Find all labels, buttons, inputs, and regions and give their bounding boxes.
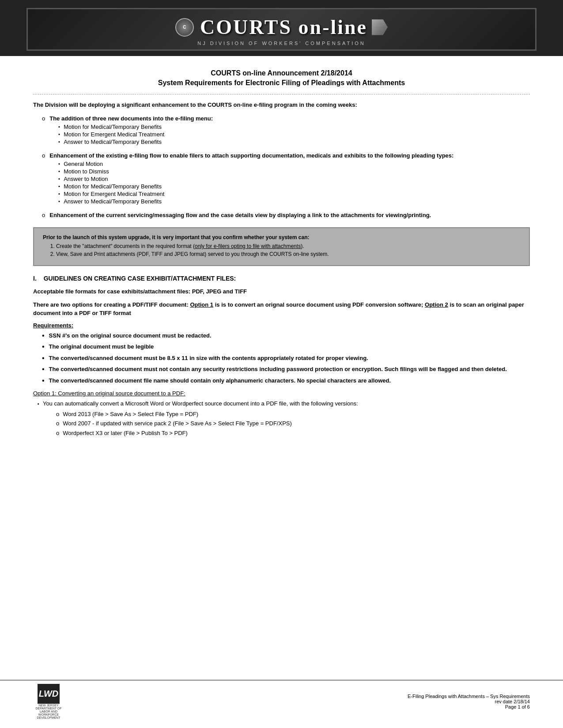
requirement-1: SSN #'s on the original source document …: [49, 331, 212, 340]
highlight-box-intro: Prior to the launch of this system upgra…: [43, 234, 520, 240]
inner-list-2: ▪ General Motion ▪ Motion to Dismiss ▪ A…: [58, 161, 530, 205]
option1-sub-list: o Word 2013 (File > Save As > Select Fil…: [56, 410, 358, 438]
page: C COURTS on-line NJ DIVISION OF WORKERS'…: [0, 0, 563, 728]
list-item: • The original document must be legible: [42, 342, 530, 351]
sub-bullet-icon: o: [56, 419, 59, 428]
footer-line3: Page 1 of 6: [408, 704, 530, 709]
option1-sub-item-1: Word 2013 (File > Save As > Select File …: [63, 410, 198, 419]
acceptable-formats: Acceptable file formats for case exhibit…: [33, 287, 530, 296]
footer-logo-box: LWD: [38, 684, 60, 704]
inner-bullet-icon: ▪: [58, 176, 60, 181]
inner-bullet-icon: ▪: [58, 191, 60, 196]
section-heading-1: I. GUIDELINES ON CREATING CASE EXHIBIT/A…: [33, 275, 530, 282]
list-item: View, Save and Print attachments (PDF, T…: [56, 251, 520, 257]
list-item: ▪ Motion for Medical/Temporary Benefits: [58, 124, 530, 130]
outer-bullet-icon: o: [42, 152, 45, 159]
footer-line1: E-Filing Pleadings with Attachments – Sy…: [408, 694, 530, 699]
list-item: o Word 2007 - if updated with service pa…: [56, 419, 358, 428]
requirement-4: The converted/scanned document must not …: [49, 365, 507, 374]
footer-right: E-Filing Pleadings with Attachments – Sy…: [408, 694, 530, 709]
list-item: • The converted/scanned document file na…: [42, 376, 530, 385]
requirements-list: • SSN #'s on the original source documen…: [42, 331, 530, 385]
outer-bullet-icon: o: [42, 212, 45, 218]
list-item: o Enhancement of the current servicing/m…: [42, 212, 530, 218]
two-options-para: There are two options for creating a PDF…: [33, 300, 530, 318]
bullet-icon: •: [42, 342, 45, 351]
highlight-list: Create the "attachment" documents in the…: [56, 243, 520, 257]
sub-bullet-icon: o: [56, 429, 59, 438]
footer: LWD NEW JERSEY DEPARTMENT OF LABOR AND W…: [0, 680, 563, 719]
list-item: o Word 2013 (File > Save As > Select Fil…: [56, 410, 358, 419]
footer-logo-sub: NEW JERSEY DEPARTMENT OF LABOR AND WORKF…: [33, 704, 64, 719]
bullet-icon: •: [42, 331, 45, 340]
inner-bullet-icon: ▪: [58, 169, 60, 174]
inner-item-text: Motion to Dismiss: [64, 168, 109, 175]
main-content: COURTS on-line Announcement 2/18/2014 Sy…: [0, 56, 563, 459]
highlight-item-2: View, Save and Print attachments (PDF, T…: [56, 251, 329, 257]
list-item: ▪ Motion for Emergent Medical Treatment: [58, 131, 530, 138]
option1-intro-item: You can automatically convert a Microsof…: [43, 399, 358, 438]
inner-item-text: Motion for Emergent Medical Treatment: [64, 191, 164, 197]
inner-item-text: Answer to Medical/Temporary Benefits: [64, 198, 162, 205]
list-item: • SSN #'s on the original source documen…: [42, 331, 530, 340]
list-item: ▪ General Motion: [58, 161, 530, 167]
option1-list: ▪ You can automatically convert a Micros…: [38, 399, 530, 438]
list-item: o Wordperfect X3 or later (File > Publis…: [56, 429, 358, 438]
inner-item-text: General Motion: [64, 161, 103, 167]
list-item: o Enhancement of the existing e-filing f…: [42, 152, 530, 206]
highlight-box: Prior to the launch of this system upgra…: [33, 227, 530, 266]
outer-bullet-icon: o: [42, 115, 45, 122]
inner-bullet-icon: ▪: [58, 139, 60, 144]
option1-sub-item-3: Wordperfect X3 or later (File > Publish …: [63, 429, 188, 438]
sub-bullet-icon: o: [56, 410, 59, 419]
inner-bullet-icon: ▪: [58, 124, 60, 129]
acceptable-formats-text: Acceptable file formats for case exhibit…: [33, 288, 247, 295]
inner-item-text: Answer to Medical/Temporary Benefits: [64, 139, 162, 145]
highlight-item-1: Create the "attachment" documents in the…: [56, 243, 304, 249]
outer-list: o The addition of three new documents in…: [42, 115, 530, 218]
footer-logo: LWD NEW JERSEY DEPARTMENT OF LABOR AND W…: [33, 684, 64, 719]
inner-item-text: Answer to Motion: [64, 176, 108, 182]
option1-heading: Option 1: Converting an original source …: [33, 390, 530, 397]
footer-logo-text: LWD: [39, 689, 58, 699]
list-item: o The addition of three new documents in…: [42, 115, 530, 146]
announcement-subtitle: System Requirements for Electronic Filin…: [33, 79, 530, 87]
inner-item-text: Motion for Medical/Temporary Benefits: [64, 124, 162, 130]
requirements-label: Requirements:: [33, 322, 530, 329]
list-item: ▪ Answer to Medical/Temporary Benefits: [58, 198, 530, 205]
announcement-title: COURTS on-line Announcement 2/18/2014: [33, 69, 530, 77]
requirement-5: The converted/scanned document file name…: [49, 376, 391, 385]
inner-item-text: Motion for Emergent Medical Treatment: [64, 131, 164, 138]
item-header-2: Enhancement of the existing e-filing flo…: [49, 152, 530, 159]
list-item: ▪ Motion for Emergent Medical Treatment: [58, 191, 530, 197]
option1-sub-item-2: Word 2007 - if updated with service pack…: [63, 419, 292, 428]
item-header-3: Enhancement of the current servicing/mes…: [49, 212, 530, 218]
banner-title: COURTS on-line: [200, 15, 367, 39]
list-item: ▪ Answer to Medical/Temporary Benefits: [58, 139, 530, 145]
banner-arrow-icon: [372, 19, 388, 35]
list-item: ▪ Motion for Medical/Temporary Benefits: [58, 183, 530, 190]
section-number: I.: [33, 275, 37, 282]
item-header-1: The addition of three new documents into…: [49, 115, 530, 122]
banner-logo-icon: C: [175, 18, 194, 37]
inner-item-text: Motion for Medical/Temporary Benefits: [64, 183, 162, 190]
footer-line2: rev date 2/18/14: [408, 699, 530, 704]
header-banner-inner: C COURTS on-line NJ DIVISION OF WORKERS'…: [26, 8, 537, 51]
requirement-3: The converted/scanned document must be 8…: [49, 354, 368, 363]
inner-bullet-icon: ▪: [58, 184, 60, 189]
square-bullet-icon: ▪: [38, 400, 39, 408]
inner-bullet-icon: ▪: [58, 199, 60, 204]
list-item: ▪ Answer to Motion: [58, 176, 530, 182]
two-options-text: There are two options for creating a PDF…: [33, 301, 524, 317]
banner-subtitle: NJ DIVISION OF WORKERS' COMPENSATION: [41, 41, 522, 46]
requirement-2: The original document must be legible: [49, 342, 154, 351]
section-title: GUIDELINES ON CREATING CASE EXHIBIT/ATTA…: [44, 275, 236, 282]
list-item: ▪ Motion to Dismiss: [58, 168, 530, 175]
list-item: ▪ You can automatically convert a Micros…: [38, 399, 530, 438]
inner-bullet-icon: ▪: [58, 131, 60, 137]
bullet-icon: •: [42, 376, 45, 385]
divider: [33, 94, 530, 94]
intro-text: The Division will be deploying a signifi…: [33, 101, 530, 108]
list-item: • The converted/scanned document must no…: [42, 365, 530, 374]
header-banner: C COURTS on-line NJ DIVISION OF WORKERS'…: [0, 0, 563, 56]
